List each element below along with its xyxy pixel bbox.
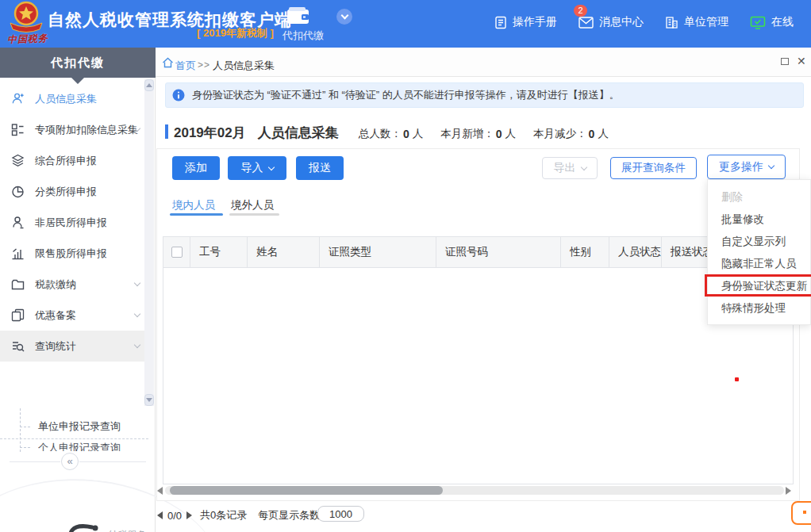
sidebar-item-preferential-filing[interactable]: 优惠备案 — [0, 300, 146, 331]
chevron-down-icon — [768, 163, 774, 169]
scroll-down-button[interactable] — [144, 394, 154, 406]
tax-scheme-subtitle: [ 2019年新税制 ] — [197, 26, 274, 40]
dashed-separator — [0, 438, 148, 439]
maximize-icon[interactable] — [781, 58, 789, 65]
person-icon — [11, 216, 25, 229]
sidebar-item-label: 分类所得申报 — [35, 185, 97, 199]
sidebar-collapse-button[interactable]: « — [61, 453, 79, 470]
prev-page-icon[interactable] — [157, 511, 163, 519]
select-all-checkbox[interactable] — [171, 247, 183, 258]
tree-guide-line — [20, 408, 21, 452]
stats-row: 总人数：0人 本月新增：0人 本月减少：0人 — [359, 127, 609, 141]
feedback-float-button-partial[interactable] — [791, 501, 811, 525]
sidebar-subitem-unit-declaration-query[interactable]: 单位申报记录查询 — [38, 419, 121, 434]
table-header-row: 工号 姓名 证照类型 证照号码 性别 人员状态 报送状态 — [163, 236, 794, 268]
sidebar-item-label: 人员信息采集 — [35, 92, 97, 106]
menu-item-special-cases[interactable]: 特殊情形处理 — [708, 297, 810, 320]
red-marker-dot — [735, 377, 739, 381]
sidebar-item-label: 税款缴纳 — [35, 277, 76, 292]
nav-unit-label: 单位管理 — [684, 15, 728, 29]
sidebar-item-special-deduction[interactable]: 专项附加扣除信息采集 — [0, 114, 146, 145]
column-header-gender[interactable]: 性别 — [561, 237, 609, 267]
sidebar-item-label: 查询统计 — [35, 339, 76, 354]
notice-banner: 身份验证状态为 “验证不通过” 和 “待验证” 的人员不能进行申报等操作，请及时… — [165, 82, 804, 108]
logo-text: 中国税务 — [3, 32, 53, 47]
import-button[interactable]: 导入 — [228, 156, 286, 180]
stat-added: 本月新增：0人 — [440, 127, 516, 141]
triangle-up-icon — [146, 83, 152, 87]
nav-unit-management[interactable]: 单位管理 — [665, 15, 728, 29]
stat-removed: 本月减少：0人 — [533, 127, 609, 141]
sidebar-scrollbar[interactable] — [144, 79, 154, 406]
tab-domestic-personnel[interactable]: 境内人员 — [172, 198, 215, 212]
scroll-up-button[interactable] — [144, 79, 154, 91]
document-icon — [494, 16, 507, 29]
breadcrumb-current: 人员信息采集 — [213, 59, 275, 73]
current-module-label: 代扣代缴 — [278, 29, 329, 43]
top-nav: 操作手册 2 消息中心 单位管理 在线 — [494, 15, 794, 29]
sidebar-header: 代扣代缴 — [0, 48, 156, 78]
column-header-personnel-status[interactable]: 人员状态 — [609, 237, 662, 267]
select-all-cell — [163, 237, 190, 267]
sidebar-subitem-personal-declaration-query-clipped[interactable]: 个人申报记录查询 — [38, 441, 141, 451]
pie-chart-icon — [11, 185, 25, 198]
menu-item-identity-verify-update[interactable]: 身份验证状态更新 — [708, 275, 810, 297]
add-button[interactable]: 添加 — [172, 156, 220, 180]
orange-dot — [803, 511, 806, 514]
message-count-badge: 2 — [574, 5, 587, 17]
column-header-id-number[interactable]: 证照号码 — [436, 237, 561, 267]
info-icon — [172, 89, 185, 101]
menu-item-custom-columns[interactable]: 自定义显示列 — [708, 231, 810, 253]
sidebar-item-tax-payment[interactable]: 税款缴纳 — [0, 269, 146, 300]
tab-foreign-personnel[interactable]: 境外人员 — [231, 198, 274, 212]
close-icon[interactable]: ✕ — [797, 55, 806, 67]
submit-button[interactable]: 报送 — [296, 156, 344, 180]
copy-icon — [11, 308, 25, 322]
module-switch-button[interactable] — [336, 9, 352, 25]
per-page-label: 每页显示条数 — [258, 508, 320, 522]
breadcrumb-separator: >> — [198, 59, 210, 71]
nav-online-label: 在线 — [771, 15, 794, 29]
divider — [10, 461, 60, 462]
nav-manual[interactable]: 操作手册 — [494, 15, 557, 29]
sidebar-item-personnel-info[interactable]: 人员信息采集 — [0, 83, 146, 114]
sidebar-item-query-statistics[interactable]: 查询统计 — [0, 331, 146, 362]
export-button-disabled[interactable]: 导出 — [542, 157, 598, 179]
hscroll-thumb[interactable] — [170, 486, 443, 495]
column-header-id-type[interactable]: 证照类型 — [320, 237, 436, 267]
per-page-input[interactable] — [317, 506, 364, 522]
menu-item-delete[interactable]: 删除 — [708, 186, 810, 209]
sidebar-item-classified-income[interactable]: 分类所得申报 — [0, 176, 146, 207]
chevron-down-icon — [580, 163, 586, 170]
title-accent-bar — [165, 124, 168, 139]
sidebar-item-nonresident-income[interactable]: 非居民所得申报 — [0, 207, 146, 238]
hotline-label: 纳税服务热线 — [109, 529, 155, 532]
hscroll-left-arrow[interactable] — [157, 487, 163, 495]
column-header-name[interactable]: 姓名 — [248, 237, 320, 267]
sidebar: 代扣代缴 人员信息采集 专项附加扣除信息采集 — [0, 48, 156, 532]
home-icon[interactable] — [162, 57, 174, 68]
sidebar-item-restricted-shares[interactable]: 限售股所得申报 — [0, 238, 146, 269]
breadcrumb-home-link[interactable]: 首页 — [175, 59, 196, 73]
sidebar-item-label: 非居民所得申报 — [35, 216, 107, 230]
nav-messages[interactable]: 2 消息中心 — [578, 15, 644, 29]
page-indicator: 0/0 — [167, 510, 182, 522]
hscroll-right-arrow[interactable] — [786, 487, 791, 495]
inactive-tab-indicator — [229, 213, 279, 216]
sidebar-item-comprehensive-income[interactable]: 综合所得申报 — [0, 145, 146, 176]
expand-query-button[interactable]: 展开查询条件 — [610, 157, 697, 179]
table-body-empty — [163, 268, 794, 484]
record-count: 共0条记录 — [200, 508, 247, 522]
more-actions-button[interactable]: 更多操作 — [707, 155, 786, 179]
menu-item-batch-modify[interactable]: 批量修改 — [708, 209, 810, 231]
column-header-employee-id[interactable]: 工号 — [190, 237, 248, 267]
nav-online-status[interactable]: 在线 — [750, 15, 794, 29]
envelope-icon — [578, 17, 594, 29]
next-page-icon[interactable] — [186, 511, 192, 519]
notice-text: 身份验证状态为 “验证不通过” 和 “待验证” 的人员不能进行申报等操作，请及时… — [192, 88, 620, 102]
nav-manual-label: 操作手册 — [513, 15, 557, 29]
more-actions-dropdown: 删除 批量修改 自定义显示列 隐藏非正常人员 身份验证状态更新 特殊情形处理 — [707, 179, 811, 325]
menu-item-hide-abnormal[interactable]: 隐藏非正常人员 — [708, 253, 810, 275]
tax-bureau-emblem-icon — [7, 1, 45, 34]
stat-total: 总人数：0人 — [359, 127, 423, 141]
